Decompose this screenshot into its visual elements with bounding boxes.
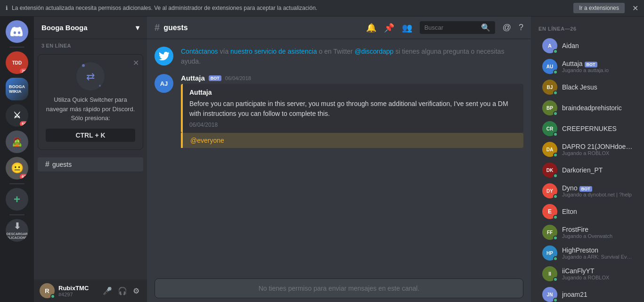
server-divider — [9, 47, 24, 48]
notif-close-button[interactable]: ✕ — [632, 4, 638, 13]
mention-bar: @everyone — [181, 133, 523, 148]
channel-hash-icon: # — [155, 22, 160, 33]
auttaja-avatar: AJ — [155, 74, 173, 93]
online-count: 3 EN LÍNEA — [34, 39, 147, 50]
dyno-avatar: DY — [542, 183, 557, 198]
help-icon[interactable]: ? — [519, 23, 523, 33]
go-to-extensions-button[interactable]: Ir a extensiones — [573, 3, 625, 13]
add-server-button[interactable]: + — [6, 188, 28, 211]
chat-messages: Contáctanos vía nuestro servicio de asis… — [147, 39, 531, 275]
blackjesus-avatar: BJ — [542, 80, 557, 95]
elton-name: Elton — [562, 208, 633, 215]
server-icon-tdd[interactable]: TDD 20 — [6, 51, 28, 74]
server-icon-booga[interactable]: BOOGAWIKIA — [6, 78, 28, 100]
member-item-blackjesus[interactable]: BJ Black Jesus — [535, 77, 640, 98]
creepernukes-avatar: CR — [542, 121, 557, 136]
badge-tdd: 20 — [20, 68, 28, 74]
system-message-text: Contáctanos vía nuestro servicio de asis… — [181, 47, 523, 66]
creepernukes-info: CREEPERNUKES — [562, 125, 633, 132]
via-text: vía — [220, 48, 231, 55]
download-label: DESCARGARAPLICACIONES — [6, 232, 28, 239]
qs-shortcut-display: CTRL + K — [46, 129, 135, 142]
channel-title: guests — [163, 24, 188, 32]
settings-button[interactable]: ⚙ — [131, 285, 141, 297]
user-avatar: R — [40, 283, 55, 298]
server-name: Booga Booga — [41, 24, 88, 32]
auttaja-message-content: Auttaja BOT 06/04/2018 Auttaja Before yo… — [181, 74, 523, 148]
member-item-auttaja[interactable]: AU AuttajaBOT Jugando a auttaja.io — [535, 56, 640, 77]
download-apps-button[interactable]: ⬇ DESCARGARAPLICACIONES — [6, 219, 28, 242]
darkorien-info: Darkorien_PT — [562, 166, 633, 174]
deafen-button[interactable]: 🎧 — [116, 285, 129, 297]
server-name-header[interactable]: Booga Booga ▾ — [34, 16, 147, 39]
member-item-dyno[interactable]: DY DynoBOT Jugando a dynobot.net | ?help — [535, 180, 640, 201]
server-icon-4[interactable]: 🧟 — [6, 131, 28, 153]
channel-item-guests[interactable]: # guests — [38, 157, 143, 171]
aidan-status — [553, 49, 558, 54]
search-box[interactable]: 🔍 — [420, 21, 495, 34]
server-divider-2 — [9, 183, 24, 184]
dyno-info: DynoBOT Jugando a dynobot.net | ?help — [562, 184, 633, 197]
frostfire-avatar: FF — [542, 225, 557, 240]
blackjesus-name: Black Jesus — [562, 83, 633, 91]
member-item-darkorien[interactable]: DK Darkorien_PT — [535, 160, 640, 180]
notif-text: La extensión actualizada necesita permis… — [12, 5, 317, 11]
qs-close-button[interactable]: ✕ — [133, 58, 139, 67]
frostfire-activity: Jugando a Overwatch — [562, 233, 633, 239]
discord-home-icon[interactable] — [6, 20, 28, 43]
mute-button[interactable]: 🎤 — [101, 285, 114, 297]
embed-author: Auttaja — [189, 89, 517, 96]
braindead-avatar: BP — [542, 100, 557, 115]
braindead-name: braindeadprehistoric — [562, 104, 633, 112]
pin-icon[interactable]: 📌 — [384, 23, 394, 33]
iicanfly-name: iiCanFlyYT — [562, 267, 633, 275]
user-info: RubixTMC #4297 — [58, 285, 97, 297]
highpreston-info: HighPreston Jugando a ARK: Survival Evol… — [562, 246, 633, 260]
auttaja-member-info: AuttajaBOT Jugando a auttaja.io — [562, 60, 633, 73]
darkorien-avatar: DK — [542, 163, 557, 178]
members-icon[interactable]: 👥 — [402, 23, 412, 33]
member-item-braindeadprehistoric[interactable]: BP braindeadprehistoric — [535, 98, 640, 118]
channel-name-guests: guests — [52, 161, 72, 168]
contactanos-text: Contáctanos — [181, 48, 218, 55]
svg-text:⇄: ⇄ — [86, 71, 95, 82]
iicanfly-avatar: II — [542, 266, 557, 281]
jnoam21-status — [553, 298, 558, 302]
member-item-creepernukes[interactable]: CR CREEPERNUKES — [535, 118, 640, 139]
bell-icon[interactable]: 🔔 — [366, 23, 376, 33]
server-icon-3[interactable]: ⚔ 56 — [6, 104, 28, 127]
member-item-highpreston[interactable]: HP HighPreston Jugando a ARK: Survival E… — [535, 243, 640, 263]
darkorien-name: Darkorien_PT — [562, 166, 633, 174]
dapro-avatar: DA — [542, 142, 557, 157]
members-sidebar: EN LÍNEA—26 A Aidan AU AuttajaBOT Jugand… — [531, 16, 644, 302]
braindead-status — [553, 111, 558, 116]
server-divider-3 — [9, 214, 24, 215]
member-item-frostfire[interactable]: FF FrostFire Jugando a Overwatch — [535, 222, 640, 243]
member-item-iicanfly[interactable]: II iiCanFlyYT Jugando a ROBLOX — [535, 263, 640, 284]
hash-icon: # — [45, 160, 49, 169]
search-input[interactable] — [424, 24, 478, 31]
dapro-status — [553, 153, 558, 157]
dyno-member-name: DynoBOT — [562, 184, 633, 192]
frostfire-status — [553, 236, 558, 240]
member-item-dapro[interactable]: DA DAPRO 21(JONHdoeee... Jugando a ROBLO… — [535, 139, 640, 160]
frostfire-info: FrostFire Jugando a Overwatch — [562, 226, 633, 239]
chat-area: # guests 🔔 📌 👥 🔍 @ ? — [147, 16, 531, 302]
or-text: o en Twitter — [319, 48, 355, 55]
auttaja-timestamp: 06/04/2018 — [225, 75, 251, 81]
iicanfly-activity: Jugando a ROBLOX — [562, 275, 633, 280]
highpreston-avatar: HP — [542, 245, 557, 261]
embed-body: Before you can participate in this serve… — [189, 99, 517, 119]
support-link[interactable]: nuestro servicio de asistencia — [230, 48, 317, 55]
member-item-jnoam21[interactable]: JN jnoam21 — [535, 284, 640, 302]
server-icon-5[interactable]: 😐 67 — [6, 157, 28, 180]
frostfire-name: FrostFire — [562, 226, 633, 233]
discord-twitter-link[interactable]: @discordapp — [355, 48, 394, 55]
at-icon[interactable]: @ — [503, 23, 511, 33]
member-item-aidan[interactable]: A Aidan — [535, 35, 640, 56]
notification-bar: ℹ La extensión actualizada necesita perm… — [0, 0, 644, 16]
elton-avatar: E — [542, 204, 557, 219]
member-item-elton[interactable]: E Elton — [535, 201, 640, 222]
notif-left: ℹ La extensión actualizada necesita perm… — [6, 5, 317, 11]
elton-info: Elton — [562, 208, 633, 215]
